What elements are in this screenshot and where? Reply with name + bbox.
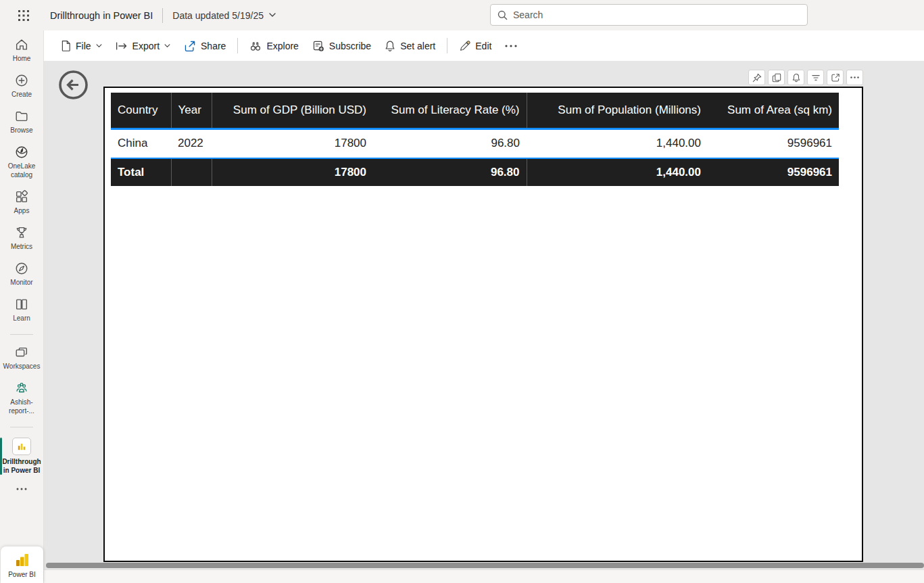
bar-chart-icon <box>16 441 27 452</box>
sidebar-label: Learn <box>2 314 41 323</box>
sidebar-label: Browse <box>2 126 41 135</box>
edit-pencil-icon <box>459 40 470 51</box>
edit-button[interactable]: Edit <box>452 34 498 57</box>
back-button[interactable] <box>57 69 89 101</box>
sidebar-item-onelake-catalog[interactable]: OneLake catalog <box>0 145 44 179</box>
cell-population[interactable]: 1,440.00 <box>527 129 708 158</box>
total-population: 1,440.00 <box>527 158 708 186</box>
share-label: Share <box>201 41 226 51</box>
power-bi-label: Power BI <box>8 571 36 578</box>
apps-icon <box>14 189 29 204</box>
cell-country[interactable]: China <box>111 129 171 158</box>
pin-visual-button[interactable] <box>748 70 765 85</box>
column-header-literacy[interactable]: Sum of Literacy Rate (%) <box>373 93 527 129</box>
more-icon <box>850 76 859 78</box>
export-menu-button[interactable]: Export <box>109 34 177 57</box>
horizontal-scrollbar[interactable] <box>46 563 924 568</box>
trophy-icon <box>14 225 29 240</box>
sidebar-label: Metrics <box>2 242 41 251</box>
column-header-population[interactable]: Sum of Population (Millions) <box>527 93 708 129</box>
file-icon <box>60 40 71 51</box>
total-area: 9596961 <box>708 158 839 186</box>
pin-icon <box>752 73 762 83</box>
explore-button[interactable]: Explore <box>243 34 305 57</box>
set-alert-button[interactable]: Set alert <box>378 34 442 57</box>
search-box[interactable] <box>490 4 808 26</box>
onelake-icon <box>14 145 29 160</box>
cell-area[interactable]: 9596961 <box>708 129 839 158</box>
sidebar-item-apps[interactable]: Apps <box>0 189 44 215</box>
explore-icon <box>249 41 262 51</box>
cell-gdp[interactable]: 17800 <box>212 129 373 158</box>
sidebar-item-drillthrough-report[interactable]: Drillthrough in Power BI <box>0 438 44 475</box>
sidebar-more-button[interactable] <box>16 488 27 490</box>
sidebar-label: Home <box>2 54 41 63</box>
sidebar-item-monitor[interactable]: Monitor <box>0 261 44 287</box>
sidebar-item-learn[interactable]: Learn <box>0 297 44 323</box>
people-group-icon <box>14 381 29 396</box>
share-icon <box>184 40 196 52</box>
book-icon <box>14 297 29 312</box>
toolbar-more-button[interactable] <box>498 34 524 57</box>
sidebar-label: Workspaces <box>2 362 41 371</box>
visual-hover-toolbar <box>748 70 863 85</box>
sidebar-divider <box>10 427 33 427</box>
search-icon <box>497 10 508 20</box>
data-updated-label: Data updated 5/19/25 <box>172 10 264 21</box>
top-bar: Drillthrough in Power BI Data updated 5/… <box>0 0 924 30</box>
visual-more-options-button[interactable] <box>846 70 863 85</box>
sidebar-item-create[interactable]: Create <box>0 73 44 99</box>
report-toolbar: File Export Share Explore Subscribe Set … <box>44 30 924 61</box>
sidebar-item-workspaces[interactable]: Workspaces <box>0 345 44 371</box>
chevron-down-icon <box>164 44 170 48</box>
data-updated-dropdown[interactable]: Data updated 5/19/25 <box>172 10 276 21</box>
sidebar-label: Ashish-report-... <box>2 398 41 415</box>
column-header-year[interactable]: Year <box>171 93 212 129</box>
column-header-gdp[interactable]: Sum of GDP (Billion USD) <box>212 93 373 129</box>
report-canvas: Country Year Sum of GDP (Billion USD) Su… <box>103 87 863 562</box>
cell-year[interactable]: 2022 <box>171 129 212 158</box>
sidebar-item-metrics[interactable]: Metrics <box>0 225 44 251</box>
app-launcher-icon[interactable] <box>16 8 31 23</box>
subscribe-button[interactable]: Subscribe <box>306 34 378 57</box>
filter-visual-button[interactable] <box>807 70 824 85</box>
sidebar-item-home[interactable]: Home <box>0 37 44 63</box>
export-icon <box>116 41 128 51</box>
export-label: Export <box>132 41 160 51</box>
power-bi-logo <box>14 551 31 569</box>
power-bi-app: Drillthrough in Power BI Data updated 5/… <box>0 0 924 583</box>
report-icon-box <box>12 438 31 455</box>
search-input[interactable] <box>513 9 800 20</box>
topbar-divider <box>162 8 163 23</box>
total-gdp: 17800 <box>212 158 373 186</box>
copy-visual-button[interactable] <box>768 70 785 85</box>
power-bi-footer[interactable]: Power BI <box>1 546 43 583</box>
total-label: Total <box>111 158 171 186</box>
report-area: Country Year Sum of GDP (Billion USD) Su… <box>44 61 924 583</box>
focus-mode-button[interactable] <box>827 70 844 85</box>
sidebar-item-ashish-report[interactable]: Ashish-report-... <box>0 381 44 415</box>
file-menu-button[interactable]: File <box>53 34 109 57</box>
popout-icon <box>831 73 840 83</box>
bell-icon <box>792 73 801 83</box>
alert-visual-button[interactable] <box>787 70 804 85</box>
share-button[interactable]: Share <box>177 34 233 57</box>
more-icon <box>16 488 27 490</box>
chevron-down-icon <box>96 44 102 48</box>
data-table[interactable]: Country Year Sum of GDP (Billion USD) Su… <box>111 93 839 186</box>
folder-icon <box>14 109 29 124</box>
toolbar-divider <box>237 38 238 53</box>
subscribe-label: Subscribe <box>329 41 371 51</box>
sidebar-item-browse[interactable]: Browse <box>0 109 44 135</box>
left-nav-sidebar: Home Create Browse OneLake catalog Apps … <box>0 30 44 583</box>
column-header-area[interactable]: Sum of Area (sq km) <box>708 93 839 129</box>
toolbar-divider <box>447 38 447 53</box>
cell-literacy[interactable]: 96.80 <box>373 129 527 158</box>
compass-icon <box>14 261 29 276</box>
file-label: File <box>76 41 91 51</box>
column-header-country[interactable]: Country <box>111 93 171 129</box>
table-row[interactable]: China 2022 17800 96.80 1,440.00 9596961 <box>111 129 839 158</box>
bottom-strip <box>44 569 924 583</box>
total-literacy: 96.80 <box>373 158 527 186</box>
chevron-down-icon <box>269 13 276 18</box>
